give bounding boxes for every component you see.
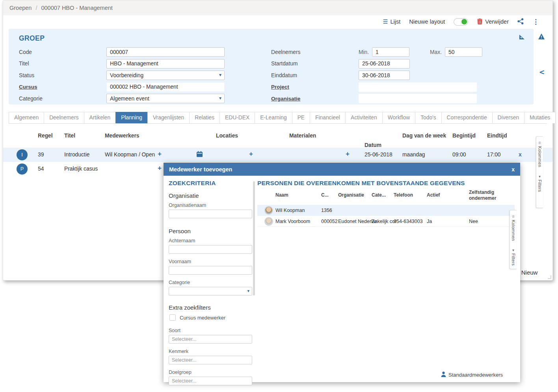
cursus-medewerker-checkbox[interactable] (169, 314, 176, 321)
verwijder-button[interactable]: Verwijder (477, 18, 509, 26)
tab-planning[interactable]: Planning (115, 112, 148, 123)
kenmerk-select[interactable] (169, 356, 252, 364)
max-field[interactable] (445, 47, 482, 57)
organisatie-field[interactable] (359, 94, 477, 103)
titel-label: Titel (19, 61, 106, 67)
voornaam-input[interactable] (169, 266, 252, 275)
kolommen-tab[interactable]: ⠿ Kolommen (538, 141, 542, 167)
tab-todos[interactable]: Todo's (415, 112, 441, 123)
categorie-select[interactable]: ▾ (169, 287, 252, 295)
breadcrumb-root[interactable]: Groepen (9, 5, 32, 11)
achternaam-input[interactable] (169, 245, 252, 254)
min-field[interactable] (372, 47, 409, 57)
startdatum-field[interactable] (359, 59, 410, 69)
tab-artikelen[interactable]: Artikelen (84, 112, 116, 123)
tab-pe[interactable]: PE (292, 112, 310, 123)
avatar (264, 217, 273, 226)
einddatum-label: Einddatum (271, 72, 359, 78)
avatar (264, 206, 273, 215)
tab-workflow[interactable]: Workflow (382, 112, 415, 123)
toggle-knob (461, 19, 467, 24)
scrollbar[interactable] (253, 181, 255, 295)
soort-select[interactable] (169, 335, 252, 344)
result-row[interactable]: Wil Koopman 1356 (257, 205, 515, 216)
tab-diversen[interactable]: Diversen (492, 112, 525, 123)
col-dag[interactable]: Dag van de week (402, 133, 446, 139)
code-field[interactable] (106, 47, 225, 57)
tab-deelnemers[interactable]: Deelnemers (44, 112, 84, 123)
cell-begintijd: 09:00 (452, 152, 466, 158)
project-field[interactable] (359, 82, 477, 92)
delete-row-button[interactable]: x (519, 152, 522, 158)
warning-icon[interactable] (538, 33, 545, 41)
categorie-label: Categorie (19, 96, 106, 102)
tab-mutaties[interactable]: Mutaties (524, 112, 556, 123)
breadcrumb-current: 000007 HBO - Management (41, 5, 112, 11)
result-row[interactable]: Mark Voorboom 000052 Eudonet Nederlar Za… (257, 216, 515, 227)
standaardmedewerkers-link[interactable]: Standaardmedewerkers (441, 372, 503, 378)
close-icon[interactable]: x (512, 166, 515, 173)
titel-field[interactable] (106, 59, 225, 69)
col-medewerkers[interactable]: Medewerkers (105, 133, 139, 139)
cursus-medewerker-label: Cursus medewerker (180, 315, 225, 321)
tab-vragenlijsten[interactable]: Vragenlijsten (147, 112, 190, 123)
add-medewerker-button[interactable]: + (158, 150, 162, 158)
deelnemers-label: Deelnemers (271, 49, 342, 55)
kebab-menu-icon[interactable]: ⋮ (532, 18, 539, 26)
add-medewerker-button[interactable]: + (158, 164, 162, 172)
col-eindtijd[interactable]: Eindtijd (487, 133, 507, 139)
cell-zelfstandig: Nee (469, 219, 478, 224)
calendar-icon[interactable] (196, 151, 203, 158)
tab-activiteiten[interactable]: Activiteiten (345, 112, 383, 123)
doelgroep-label: Doelgroep (169, 370, 252, 375)
side-panel-tabs: ⠿ Kolommen ▼ Filters (536, 136, 543, 208)
col-begintijd[interactable]: Begintijd (452, 133, 476, 139)
set-square-icon[interactable] (519, 34, 525, 41)
tab-correspondentie[interactable]: Correspondentie (441, 112, 493, 123)
organisatie-link[interactable]: Organisatie (271, 96, 359, 102)
col-categorie[interactable]: Cate... (372, 192, 386, 198)
tab-e-learning[interactable]: E-Learning (255, 112, 292, 123)
col-titel[interactable]: Titel (64, 133, 75, 139)
col-materialen[interactable]: Materialen (289, 133, 316, 139)
results-header: Naam C... Organisatie Cate... Telefoon A… (257, 191, 515, 205)
project-link[interactable]: Project (271, 84, 359, 90)
col-code[interactable]: C... (321, 192, 329, 198)
col-zelfstandig[interactable]: Zelfstandig ondernemer (469, 189, 500, 201)
layout-toggle[interactable] (454, 18, 468, 26)
tab-relaties[interactable]: Relaties (189, 112, 220, 123)
add-materiaal-button[interactable]: + (346, 150, 350, 158)
list-icon: ☰ (383, 19, 388, 25)
filter-arrow-icon: ▼ (538, 175, 541, 178)
kolommen-tab[interactable]: ⠿ Kolommen (511, 215, 516, 241)
add-locatie-button[interactable]: + (249, 150, 253, 158)
status-select[interactable]: ▾ (106, 71, 225, 80)
col-locaties[interactable]: Locaties (216, 133, 238, 139)
tab-algemeen[interactable]: Algemeen (9, 112, 44, 123)
cursus-link[interactable]: Cursus (19, 84, 106, 90)
col-organisatie[interactable]: Organisatie (338, 192, 364, 198)
search-criteria-panel: ZOEKCRITERIA Organisatie Organisatienaam… (169, 180, 252, 390)
table-row[interactable]: I 39 Introductie Wil Koopman / Open + + … (3, 148, 552, 162)
filters-tab[interactable]: ▼ Filters (538, 175, 542, 192)
tab-bar: Algemeen Deelnemers Artikelen Planning V… (9, 112, 547, 124)
col-regel[interactable]: Regel (38, 133, 53, 139)
categorie-select[interactable]: ▾ (106, 94, 225, 103)
filters-tab[interactable]: ▼ Filters (511, 249, 516, 266)
tab-financieel[interactable]: Financieel (310, 112, 346, 123)
share-icon[interactable] (517, 18, 524, 26)
tab-edu-dex[interactable]: EDU-DEX (219, 112, 255, 123)
doelgroep-select[interactable] (169, 377, 252, 385)
collapse-panel-icon[interactable]: < (539, 68, 545, 76)
grid-icon: ⠿ (512, 215, 515, 219)
organisatienaam-input[interactable] (169, 210, 252, 218)
cursus-field[interactable] (106, 82, 225, 92)
col-actief[interactable]: Actief (427, 192, 440, 198)
einddatum-field[interactable] (359, 71, 410, 80)
resize-handle[interactable] (548, 275, 551, 279)
startdatum-label: Startdatum (271, 61, 359, 67)
lijst-button[interactable]: ☰ Lijst (383, 19, 400, 25)
cell-regel: 39 (38, 152, 44, 158)
col-telefoon[interactable]: Telefoon (394, 192, 413, 198)
col-naam[interactable]: Naam (275, 192, 288, 198)
